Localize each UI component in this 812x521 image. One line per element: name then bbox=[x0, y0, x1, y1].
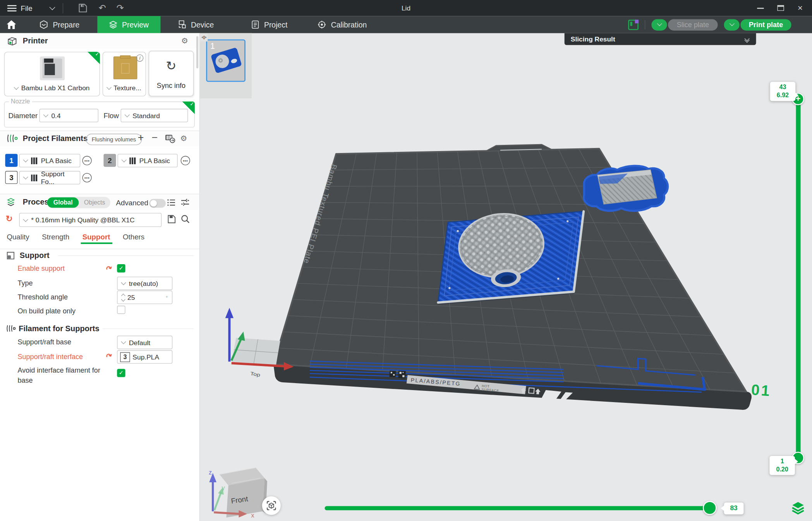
filament-1-badge[interactable]: 1 bbox=[5, 154, 17, 167]
advanced-label: Advanced bbox=[116, 198, 148, 206]
filament-2-select[interactable]: PLA Basic bbox=[118, 154, 178, 167]
plate-thumbnail-number: 1 bbox=[210, 41, 215, 51]
enable-support-checkbox[interactable]: ✓ bbox=[117, 264, 125, 272]
filament-1-select[interactable]: PLA Basic bbox=[19, 154, 80, 167]
print-options-chevron[interactable] bbox=[724, 19, 740, 30]
tab-strength[interactable]: Strength bbox=[42, 232, 69, 241]
print-plate-button[interactable]: Print plate bbox=[740, 19, 791, 30]
avoid-interface-checkbox[interactable]: ✓ bbox=[117, 369, 125, 377]
tab-prepare[interactable]: Prepare bbox=[28, 16, 91, 33]
tab-device[interactable]: Device bbox=[165, 16, 225, 33]
sync-info-button[interactable]: ↻ Sync info bbox=[149, 51, 194, 96]
support-raft-interface-select[interactable]: 3 Sup.PLA bbox=[117, 350, 172, 364]
viewport-3d-scene[interactable]: Bambu Textured PEI Plate bbox=[199, 33, 812, 521]
expand-chevrons-icon[interactable] bbox=[745, 36, 748, 41]
info-icon[interactable]: i bbox=[136, 54, 144, 62]
maximize-button[interactable] bbox=[777, 5, 784, 11]
layer-range-track[interactable] bbox=[796, 99, 801, 458]
project-icon bbox=[251, 20, 259, 29]
cube-top-label: Top bbox=[250, 371, 261, 378]
layer-bottom-tooltip: 1 0.20 bbox=[769, 456, 795, 475]
filament-sync-icon[interactable] bbox=[165, 134, 176, 143]
avoid-interface-label: Avoid interface filament for base bbox=[17, 365, 103, 385]
process-scope-toggle[interactable]: Global Objects bbox=[47, 197, 110, 208]
plate-thumbnail[interactable]: 1 bbox=[206, 40, 245, 82]
menu-icon[interactable] bbox=[7, 5, 17, 11]
compare-preset-icon[interactable] bbox=[180, 198, 189, 207]
tab-project[interactable]: Project bbox=[240, 16, 299, 33]
filament-3-select[interactable]: Support Fo... bbox=[19, 171, 80, 184]
close-button[interactable]: × bbox=[798, 3, 803, 12]
view-cube[interactable]: Top Front z y x bbox=[209, 371, 267, 519]
collapse-sidebar-button[interactable]: <|> bbox=[200, 34, 208, 41]
printer-model-card[interactable]: ✓ Bambu Lab X1 Carbon bbox=[4, 52, 100, 96]
on-build-plate-only-label: On build plate only bbox=[17, 307, 76, 315]
scope-global[interactable]: Global bbox=[47, 198, 79, 208]
printer-icon bbox=[7, 36, 17, 46]
save-preset-icon[interactable] bbox=[167, 215, 176, 224]
chevron-down-icon[interactable] bbox=[106, 84, 112, 89]
minimize-button[interactable] bbox=[757, 7, 764, 9]
slicing-result-panel[interactable]: Slicing Result bbox=[565, 33, 756, 45]
tab-others[interactable]: Others bbox=[123, 232, 144, 241]
printer-model-name: Bambu Lab X1 Carbon bbox=[21, 84, 90, 92]
on-build-plate-only-checkbox[interactable] bbox=[117, 306, 125, 314]
lid-object[interactable] bbox=[438, 210, 584, 303]
sync-icon: ↻ bbox=[149, 58, 193, 73]
filament-2-badge[interactable]: 2 bbox=[103, 154, 116, 167]
filament-settings-gear-icon[interactable]: ⚙ bbox=[180, 134, 187, 143]
step-slider-track[interactable] bbox=[325, 506, 710, 511]
axis-z-label: z bbox=[209, 469, 212, 476]
save-icon[interactable] bbox=[77, 3, 87, 13]
slicing-result-title: Slicing Result bbox=[571, 35, 615, 43]
reset-preset-icon[interactable]: ↻ bbox=[6, 214, 13, 224]
step-slider-handle[interactable] bbox=[703, 501, 717, 515]
nozzle-legend: Nozzle bbox=[9, 98, 32, 105]
layers-view-icon[interactable] bbox=[791, 500, 805, 515]
title-bar: File ↶ ↷ Lid × bbox=[0, 0, 812, 16]
support-type-select[interactable]: tree(auto) bbox=[117, 277, 172, 290]
flushing-volumes-button[interactable]: Flushing volumes bbox=[86, 134, 142, 145]
tab-support[interactable]: Support bbox=[82, 232, 110, 241]
diameter-select[interactable]: 0.4 bbox=[39, 109, 98, 122]
reset-enable-support-icon[interactable]: ↷ bbox=[105, 263, 113, 273]
widgets-icon[interactable] bbox=[628, 19, 639, 30]
file-menu[interactable]: File bbox=[21, 4, 32, 12]
slice-plate-button[interactable]: Slice plate bbox=[668, 19, 718, 30]
add-filament-button[interactable]: + bbox=[138, 132, 144, 144]
search-icon[interactable] bbox=[181, 215, 190, 224]
tab-preview[interactable]: Preview bbox=[97, 16, 160, 33]
filament-2-more-button[interactable]: ••• bbox=[181, 156, 190, 165]
filament-supports-icon bbox=[6, 324, 16, 332]
filament-3-more-button[interactable]: ••• bbox=[82, 173, 92, 182]
redo-icon[interactable]: ↷ bbox=[117, 3, 124, 14]
process-icon bbox=[7, 198, 18, 207]
flow-select[interactable]: Standard bbox=[121, 109, 188, 122]
device-icon bbox=[177, 20, 186, 29]
chevron-down-icon[interactable] bbox=[14, 84, 19, 89]
support-raft-base-label: Support/raft base bbox=[17, 338, 71, 346]
remove-filament-button[interactable]: − bbox=[152, 132, 158, 144]
setting-list-icon[interactable] bbox=[167, 198, 176, 206]
filament-3-badge[interactable]: 3 bbox=[5, 171, 17, 184]
home-tab[interactable] bbox=[0, 16, 23, 33]
tab-quality[interactable]: Quality bbox=[7, 232, 29, 241]
tab-calibration[interactable]: Calibration bbox=[306, 16, 378, 33]
reset-interface-icon[interactable]: ↷ bbox=[105, 351, 113, 361]
support-raft-base-select[interactable]: Default bbox=[117, 336, 172, 349]
threshold-angle-spinner[interactable]: 25 ° bbox=[117, 291, 172, 304]
chevron-down-icon[interactable] bbox=[49, 4, 55, 10]
sidebar-scrollbar[interactable] bbox=[196, 36, 198, 69]
slice-options-chevron[interactable] bbox=[651, 19, 667, 30]
printer-settings-gear-icon[interactable]: ⚙ bbox=[181, 36, 188, 46]
advanced-toggle[interactable] bbox=[149, 199, 166, 208]
sidebar: Printer ⚙ ✓ Bambu Lab X1 Carbon i Textur bbox=[0, 33, 200, 521]
preset-select[interactable]: * 0.16mm High Quality @BBL X1C bbox=[19, 213, 161, 227]
thumbnail-lid bbox=[211, 47, 242, 74]
undo-icon[interactable]: ↶ bbox=[99, 3, 106, 14]
plate-type-card[interactable]: i Texture... bbox=[103, 52, 146, 96]
camera-view-button[interactable] bbox=[262, 496, 281, 515]
scope-objects[interactable]: Objects bbox=[79, 198, 110, 208]
filament-1-more-button[interactable]: ••• bbox=[82, 156, 92, 165]
flow-label: Flow bbox=[103, 112, 119, 120]
